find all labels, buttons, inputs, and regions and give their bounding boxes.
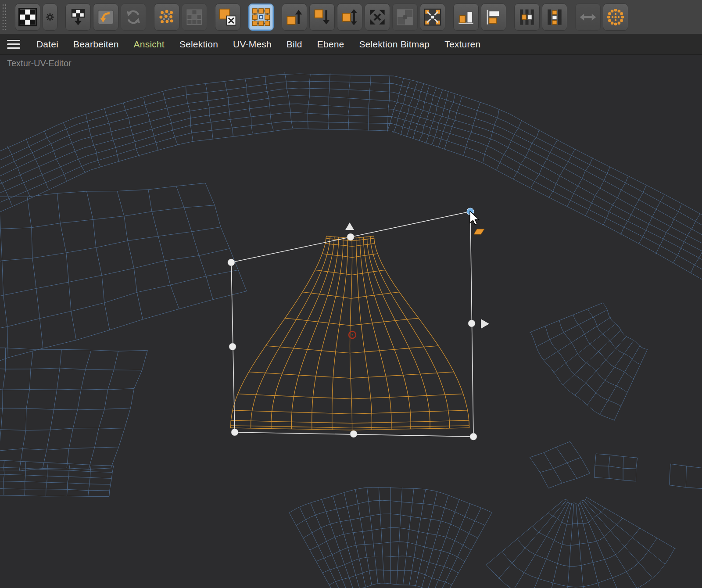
uv-viewport[interactable]: Textur-UV-Editor xyxy=(0,55,702,588)
selection-handle[interactable] xyxy=(470,433,477,440)
uv-grid-button[interactable] xyxy=(182,4,207,31)
transform-gizmo[interactable] xyxy=(228,208,489,440)
undo-icon xyxy=(97,8,115,26)
checker-down-icon xyxy=(69,8,87,26)
arrows-out-icon xyxy=(368,8,387,26)
dots-ring-icon xyxy=(606,8,625,26)
mouse-cursor-icon xyxy=(470,211,479,225)
toolbar-group xyxy=(215,4,240,31)
reload-uv-button[interactable] xyxy=(121,4,146,31)
square-arrow-down-icon xyxy=(313,8,331,26)
selection-handle[interactable] xyxy=(229,343,236,350)
uv-pattern-button[interactable] xyxy=(392,4,418,31)
pattern-icon xyxy=(396,8,414,26)
toolbar-button-groups xyxy=(15,4,628,31)
checker-icon xyxy=(18,8,37,26)
selection-handle[interactable] xyxy=(231,429,238,436)
maximize-uv-button[interactable] xyxy=(365,4,390,31)
move-uv-updown-button[interactable] xyxy=(337,4,362,31)
selection-handle[interactable] xyxy=(468,320,475,327)
stack-pair-icon xyxy=(484,8,503,26)
toolbar-group xyxy=(65,4,146,31)
square-xbox-icon xyxy=(218,8,237,26)
move-uv-down-button[interactable] xyxy=(309,4,335,31)
axis-arrow-top[interactable] xyxy=(345,222,354,230)
menu-selektion[interactable]: Selektion xyxy=(172,39,226,50)
distribute-2-icon xyxy=(545,8,564,26)
axis-arrow-right[interactable] xyxy=(481,319,489,329)
menu-items: DateiBearbeitenAnsichtSelektionUV-MeshBi… xyxy=(29,39,488,50)
arrows-in-icon xyxy=(423,8,442,26)
fit-uv-to-canvas-button[interactable] xyxy=(420,4,445,31)
menu-selektion-bitmap[interactable]: Selektion Bitmap xyxy=(351,39,437,50)
menu-uv-mesh[interactable]: UV-Mesh xyxy=(226,39,279,50)
relax-uv-button[interactable] xyxy=(154,4,179,31)
menu-texturen[interactable]: Texturen xyxy=(437,39,488,50)
menubar: DateiBearbeitenAnsichtSelektionUV-MeshBi… xyxy=(0,34,702,55)
uv-editor-window: DateiBearbeitenAnsichtSelektionUV-MeshBi… xyxy=(0,0,702,588)
menu-bild[interactable]: Bild xyxy=(279,39,310,50)
align-pair-icon xyxy=(457,8,475,26)
menu-bearbeiten[interactable]: Bearbeiten xyxy=(66,39,126,50)
uv-canvas[interactable] xyxy=(0,55,702,588)
viewport-title: Textur-UV-Editor xyxy=(7,58,72,68)
toolbar-group xyxy=(248,4,274,31)
toolbar-group xyxy=(575,4,628,31)
menu-datei[interactable]: Datei xyxy=(29,39,66,50)
apply-uv-button[interactable] xyxy=(65,4,91,31)
distribute-vertical-button[interactable] xyxy=(542,4,567,31)
dots-cluster-icon xyxy=(158,8,176,26)
uv-circle-points-button[interactable] xyxy=(603,4,628,31)
pivot-marker-dot xyxy=(351,334,353,335)
menu-icon[interactable] xyxy=(7,40,20,49)
square-arrow-up-icon xyxy=(285,8,304,26)
uv-transform-button[interactable] xyxy=(248,4,274,31)
toolbar-group xyxy=(15,4,57,31)
swap-uv-button[interactable] xyxy=(575,4,601,31)
move-uv-up-button[interactable] xyxy=(282,4,307,31)
selection-handle[interactable] xyxy=(350,430,357,437)
selection-handle[interactable] xyxy=(228,259,235,266)
recycle-icon xyxy=(124,8,143,26)
revert-uv-button[interactable] xyxy=(93,4,118,31)
polygon-tool-badge-icon xyxy=(474,229,484,234)
uv-settings-button[interactable] xyxy=(43,4,57,31)
clear-uv-selection-button[interactable] xyxy=(215,4,240,31)
distribute-horizontal-button[interactable] xyxy=(514,4,540,31)
gear-icon xyxy=(45,12,55,22)
align-horizontal-button[interactable] xyxy=(453,4,479,31)
uv-wireframe-background xyxy=(0,72,702,588)
menu-ebene[interactable]: Ebene xyxy=(310,39,352,50)
toolbar-group xyxy=(453,4,506,31)
swap-icon xyxy=(579,8,597,26)
toolbar xyxy=(0,0,702,34)
grid-icon xyxy=(185,8,204,26)
square-arrow-updown-icon xyxy=(340,8,359,26)
selection-handle[interactable] xyxy=(347,233,354,240)
menu-ansicht[interactable]: Ansicht xyxy=(126,39,172,50)
toolbar-group xyxy=(154,4,207,31)
toolbar-group xyxy=(514,4,567,31)
toolbar-grip[interactable] xyxy=(2,4,7,31)
uv-checker-pattern-button[interactable] xyxy=(15,4,40,31)
align-vertical-button[interactable] xyxy=(481,4,506,31)
transform-frame-icon xyxy=(252,8,270,26)
toolbar-group xyxy=(282,4,445,31)
distribute-1-icon xyxy=(518,8,536,26)
